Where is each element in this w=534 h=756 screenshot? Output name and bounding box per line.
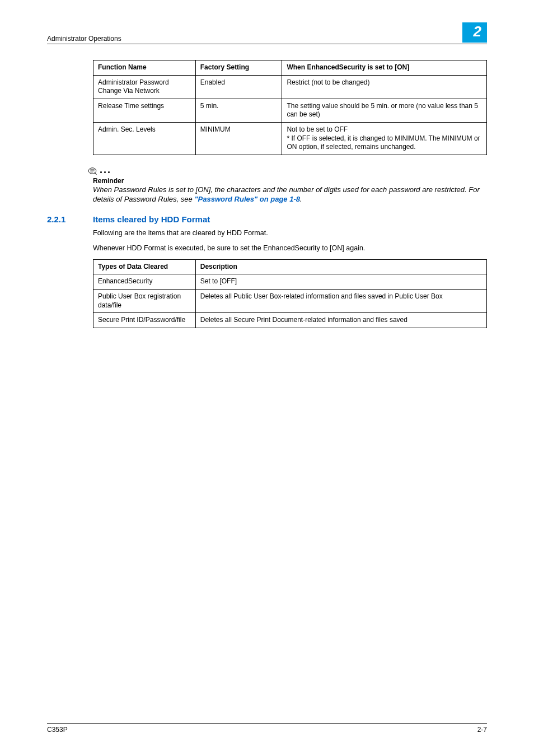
reminder-icon-row: ... [87,164,487,176]
password-rules-link[interactable]: "Password Rules" on page 1-8 [194,195,300,203]
table-row: Public User Box registration data/file D… [93,290,487,313]
content-area: Function Name Factory Setting When Enhan… [93,60,487,328]
table-header-row: Function Name Factory Setting When Enhan… [93,60,487,76]
paragraph: Whenever HDD Format is executed, be sure… [93,244,487,254]
table-cell: Secure Print ID/Password/file [93,313,196,328]
table-cell: Administrator Password Change Via Networ… [93,75,196,99]
chapter-number-badge: 2 [462,22,487,43]
table-cell: The setting value should be 5 min. or mo… [282,99,487,122]
table-row: Release Time settings 5 min. The setting… [93,99,487,122]
table-row: Administrator Password Change Via Networ… [93,75,487,99]
running-header: Administrator Operations 2 [47,22,487,44]
table-cell: 5 min. [195,99,282,122]
table-cell: MINIMUM [195,122,282,155]
section-number: 2.2.1 [47,214,77,224]
table-cell: Restrict (not to be changed) [282,75,487,99]
reminder-label: Reminder [93,177,487,185]
table-cell: Deletes all Public User Box-related info… [195,290,486,313]
paragraph: Following are the items that are cleared… [93,228,487,239]
table-cell: Not to be set to OFF * If OFF is selecte… [282,122,487,155]
footer-page-number: 2-7 [477,726,487,734]
table-header-cell: Types of Data Cleared [93,259,196,274]
table-header-cell: When EnhancedSecurity is set to [ON] [282,60,487,76]
table-header-cell: Factory Setting [195,60,282,76]
footer-model: C353P [47,726,68,734]
section-title: Items cleared by HDD Format [93,214,210,224]
table-row: EnhancedSecurity Set to [OFF] [93,274,487,290]
table-cell: Deletes all Secure Print Document-relate… [195,313,486,328]
table-cell: Enabled [195,75,282,99]
page: Administrator Operations 2 Function Name… [0,0,534,756]
ellipsis-icon: ... [100,164,111,175]
page-footer: C353P 2-7 [47,723,487,734]
note-icon [87,166,97,176]
table-header-cell: Function Name [93,60,196,76]
table-row: Secure Print ID/Password/file Deletes al… [93,313,487,328]
reminder-text: When Password Rules is set to [ON], the … [93,185,487,204]
table-row: Admin. Sec. Levels MINIMUM Not to be set… [93,122,487,155]
header-section-title: Administrator Operations [47,35,121,43]
table-header-row: Types of Data Cleared Description [93,259,487,274]
table-header-cell: Description [195,259,486,274]
reminder-text-part-b: . [300,195,302,203]
section-heading: 2.2.1 Items cleared by HDD Format [47,214,487,224]
function-settings-table: Function Name Factory Setting When Enhan… [93,60,487,155]
cleared-data-table: Types of Data Cleared Description Enhanc… [93,259,487,328]
table-cell: EnhancedSecurity [93,274,196,290]
table-cell: Public User Box registration data/file [93,290,196,313]
table-cell: Set to [OFF] [195,274,486,290]
table-cell: Admin. Sec. Levels [93,122,196,155]
table-cell: Release Time settings [93,99,196,122]
